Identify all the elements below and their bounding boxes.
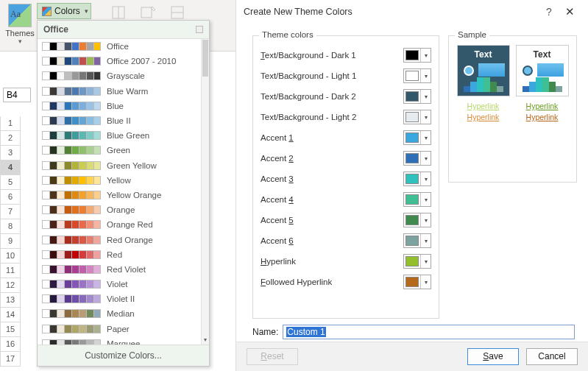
preset-swatches: [42, 87, 101, 96]
color-preset[interactable]: Paper: [38, 322, 201, 336]
theme-color-label: Accent 3: [261, 174, 294, 183]
color-preset[interactable]: Violet II: [38, 292, 201, 306]
chevron-down-icon: ▾: [420, 131, 431, 144]
themes-button[interactable]: Themes ▾: [4, 4, 36, 48]
name-box[interactable]: [3, 88, 31, 102]
name-input[interactable]: Custom 1: [283, 325, 575, 339]
theme-color-row: Accent 6▾: [261, 230, 431, 251]
chevron-down-icon: ▾: [420, 213, 431, 227]
theme-color-label: Followed Hyperlink: [261, 278, 332, 286]
color-preset[interactable]: Marquee: [38, 336, 201, 344]
color-chip: [405, 153, 419, 163]
color-preset[interactable]: Yellow: [38, 173, 201, 188]
color-preset[interactable]: Blue Warm: [38, 84, 201, 99]
sample-legend: Sample: [455, 30, 489, 39]
row-header[interactable]: 1: [0, 116, 21, 131]
preset-name: Red: [107, 250, 122, 259]
color-picker-button[interactable]: ▾: [403, 213, 431, 227]
save-button[interactable]: Save: [467, 348, 519, 365]
color-picker-button[interactable]: ▾: [403, 151, 431, 166]
row-header[interactable]: 5: [0, 175, 21, 190]
theme-color-label: Accent 1: [261, 133, 294, 142]
preset-name: Blue: [107, 102, 124, 110]
color-preset[interactable]: Green Yellow: [38, 158, 201, 173]
color-picker-button[interactable]: ▾: [403, 233, 431, 248]
preset-swatches: [42, 71, 101, 80]
theme-color-row: Accent 2▾: [261, 148, 431, 169]
color-preset[interactable]: Grayscale: [38, 68, 201, 83]
row-header[interactable]: 3: [0, 146, 21, 160]
sample-followed-hyperlink: Hyperlink: [516, 112, 569, 123]
color-picker-button[interactable]: ▾: [403, 68, 431, 83]
color-preset[interactable]: Orange: [38, 202, 201, 217]
customize-colors-item[interactable]: Customize Colors...: [38, 344, 209, 366]
color-picker-button[interactable]: ▾: [403, 275, 431, 289]
color-preset[interactable]: Blue Green: [38, 128, 201, 143]
chevron-down-icon: ▾: [420, 110, 431, 124]
name-label: Name:: [252, 327, 278, 337]
theme-color-label: Text/Background - Dark 1: [261, 51, 356, 60]
theme-colors-group: Theme colors Text/Background - Dark 1▾Te…: [252, 35, 439, 319]
color-picker-button[interactable]: ▾: [403, 89, 431, 104]
preset-swatches: [42, 131, 101, 140]
row-header[interactable]: 17: [0, 352, 21, 367]
preset-name: Grayscale: [107, 71, 145, 80]
row-header[interactable]: 2: [0, 131, 21, 146]
row-header[interactable]: 6: [0, 190, 21, 205]
scroll-up-icon[interactable]: [196, 26, 203, 33]
row-header[interactable]: 11: [0, 264, 21, 278]
color-preset[interactable]: Red Orange: [38, 232, 201, 247]
color-preset[interactable]: Office: [38, 39, 201, 54]
gallery-header: Office: [38, 21, 209, 39]
cancel-button[interactable]: Cancel: [526, 348, 578, 365]
row-header[interactable]: 15: [0, 322, 21, 337]
row-header[interactable]: 12: [0, 278, 21, 293]
row-header[interactable]: 13: [0, 293, 21, 308]
color-chip: [405, 277, 419, 287]
close-button[interactable]: ✕: [559, 5, 581, 18]
chevron-down-icon: ▾: [420, 90, 431, 103]
color-chip: [405, 132, 419, 143]
preset-swatches: [42, 116, 101, 125]
dialog-button-bar: Reset Save Cancel: [236, 342, 588, 371]
color-preset[interactable]: Green: [38, 143, 201, 158]
chevron-down-icon: ▾: [420, 172, 431, 186]
color-picker-button[interactable]: ▾: [403, 192, 431, 207]
row-header[interactable]: 4: [0, 160, 21, 175]
color-preset[interactable]: Red Violet: [38, 262, 201, 277]
row-header[interactable]: 8: [0, 219, 21, 234]
color-picker-button[interactable]: ▾: [403, 172, 431, 186]
sample-hyperlink: Hyperlink: [457, 101, 510, 112]
color-picker-button[interactable]: ▾: [403, 130, 431, 145]
colors-dropdown-button[interactable]: Colors ▾: [37, 3, 91, 19]
row-header[interactable]: 10: [0, 249, 21, 264]
color-picker-button[interactable]: ▾: [403, 254, 431, 269]
gallery-scrollbar[interactable]: ▴ ▾: [201, 39, 209, 344]
row-header[interactable]: 14: [0, 308, 21, 322]
color-preset[interactable]: Blue II: [38, 113, 201, 128]
colors-button-label: Colors: [54, 6, 80, 16]
gallery-header-label: Office: [43, 24, 68, 35]
preset-name: Red Orange: [107, 236, 153, 244]
color-picker-button[interactable]: ▾: [403, 110, 431, 124]
color-picker-button[interactable]: ▾: [403, 48, 431, 63]
color-preset[interactable]: Violet: [38, 277, 201, 292]
color-preset[interactable]: Red: [38, 247, 201, 262]
row-header[interactable]: 7: [0, 205, 21, 219]
themes-label: Themes: [4, 29, 36, 38]
preset-swatches: [42, 57, 101, 66]
help-button[interactable]: ?: [539, 6, 559, 18]
row-header[interactable]: 16: [0, 337, 21, 352]
preset-name: Orange: [107, 205, 135, 214]
row-header[interactable]: 9: [0, 234, 21, 249]
preset-swatches: [42, 176, 101, 185]
color-preset[interactable]: Office 2007 - 2010: [38, 54, 201, 68]
color-preset[interactable]: Median: [38, 306, 201, 321]
scroll-down-arrow[interactable]: ▾: [203, 336, 208, 344]
preset-swatches: [42, 220, 101, 229]
scrollbar-thumb[interactable]: [202, 40, 208, 77]
color-preset[interactable]: Yellow Orange: [38, 188, 201, 202]
color-preset[interactable]: Blue: [38, 99, 201, 113]
row-headers: 1234567891011121314151617: [0, 116, 21, 367]
color-preset[interactable]: Orange Red: [38, 217, 201, 232]
